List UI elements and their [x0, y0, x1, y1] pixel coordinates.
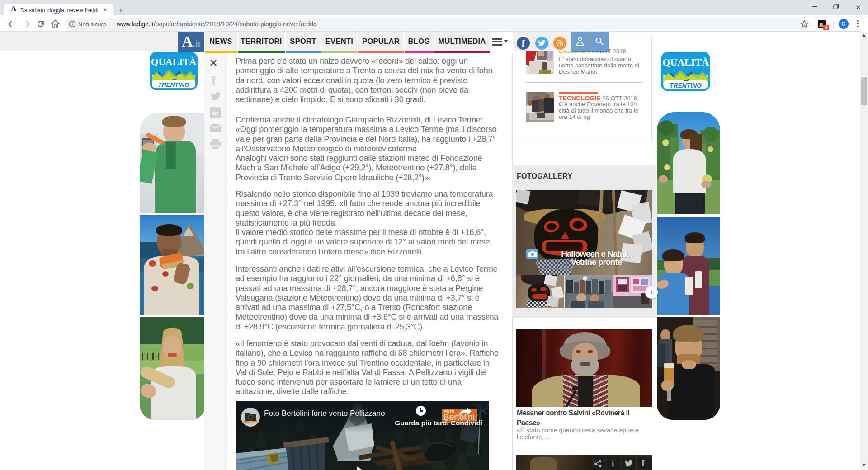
svg-text:TRENTINO: TRENTINO: [670, 82, 702, 89]
svg-text:TRENTINO: TRENTINO: [158, 81, 189, 88]
svg-text:QUALITÀ: QUALITÀ: [151, 56, 197, 67]
svg-text:QUALITÀ: QUALITÀ: [662, 56, 709, 68]
